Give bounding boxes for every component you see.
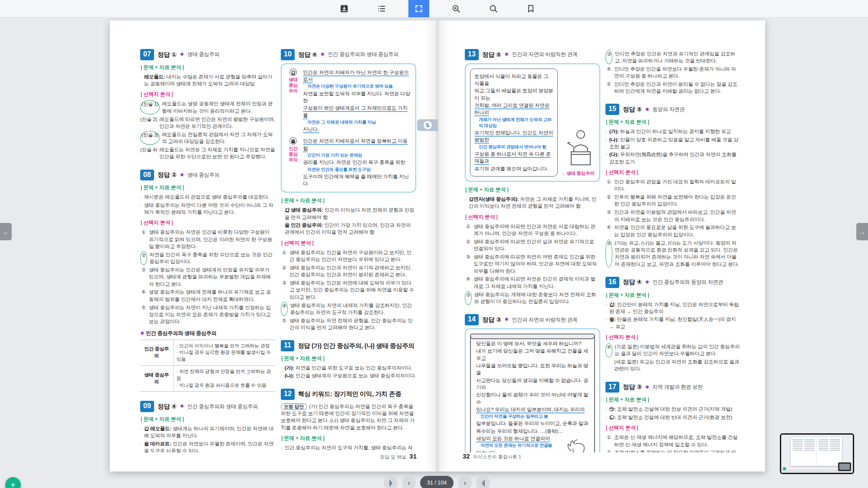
question-number-badge: 10 [281,49,295,60]
analysis-section-header: | 문제 + 자료 분석 | [606,291,741,299]
last-page-button[interactable]: ›| [476,476,490,488]
star-icon: ✱ [180,403,184,410]
analysis-bullet: ·㉡: 조력 발전소 건설에 대한 반대 의견의 근거(환경 보전) [605,414,741,421]
analysis-section-header: | 문제 + 자료 분석 | [141,184,276,191]
preview-thumbnail[interactable] [780,433,854,474]
answer-item-header: 16정답 ④✱인간 중심주의와 동양의 자연관 [605,277,741,288]
dialog-side: 갑생태중심주의 [286,69,300,134]
viewpoint-label: 인간중심주의 [286,146,300,163]
choice-marker: ① [605,434,612,448]
source-line: 신선함이나 물의 광채가 우리 것이 아닌데 어떻게 팔 수 [476,391,589,406]
section-tab-5[interactable]: 5 [417,119,438,131]
analysis-section-header: | 문제 + 자료 분석 | [141,64,276,71]
lecture-right: → 생태 중심주의 [560,69,595,177]
analysis-bullet: ·갑 생태 중심주의: 인간의 이익보다 자연 전체의 균형과 안정을 먼저 고… [281,206,416,221]
thumbnail-stage [781,435,853,473]
dialog-row: 을인간중심주의인간은 자연의 지배자로서 자연을 정복하고 이용할인간이 가장 … [286,137,411,187]
analysis-section-header: | 문제 + 자료 분석 | [465,186,600,193]
choice-text: 생태 중심주의는 자연의 내재적 가치를 강조하지만, 인간 중심주의는 자연의… [290,302,416,316]
annotation-line: 인간 중심주의 관점에서 벗어나야 함 [479,144,553,150]
bookmark-icon[interactable] [520,0,541,17]
answer-title: 정답 ⑤ [623,105,642,114]
annotation-line: 인간이 자연을 구성하는 일부라고 봄 [480,413,589,419]
pager: |‹ ‹ 31 / 104 › ›| [384,476,490,488]
bullet-lead: ㉡: [609,415,616,420]
choice-line: (진술 3)레오폴드는 전일론적 관점에서 자연 그 자체가 도덕적 고려의 대… [140,131,276,145]
answer-item-header: 15정답 ⑤✱동양의 자연관 [605,104,741,115]
topic-label: 인간 중심주의와 동양의 자연관 [653,278,723,286]
source-line: 구성원이 엮인 생태계로서 그 자체만으로도 가치를 [303,105,411,119]
table-row: 인간 중심주의· 인간의 이익이나 행복을 먼저 고려하는 관점· 지나칠 경우… [140,340,276,366]
choices-section-header: | 선택지 분석 | [606,334,741,341]
dialog-text: 인간은 자연의 지배자가 아닌 자연의 한 구성원으로서자연은 다양한 구성원이… [303,69,411,134]
choice-line: ①생태 중심주의는 인간을 자연의 구성원이라고 보지만, 인간 중심주의는 인… [281,249,416,263]
star-icon: ✱ [321,51,325,58]
choice-marker: (진술 2) [140,116,157,130]
analysis-bullet: ·(나): 만물이 상호 의존하고 있음을 알고 자비를 베풀 것을 강조한 불… [605,136,741,151]
source-line: 인간은 자연의 지배자로서 자연을 정복하고 이용할 [303,138,411,152]
bullet-text: 강연자(생태 중심주의): 자연은 그 자체로 가치를 지니며, 인간의 이익보… [469,196,600,210]
viewpoint-tag: → 생태 중심주의 [561,170,595,177]
choice-line: ④(가로 질문) 이분법적 세계관을 취하는 갑의 인간 중심주의는 을과 달리… [605,343,741,357]
prev-page-button[interactable]: ‹ [402,476,416,488]
source-line: 있나요? 우리는 대지의 일부분이며, 대지는 우리의 [476,406,589,413]
choice-marker: ③ [140,266,147,288]
answer-title: 정답 ③ [623,383,642,392]
analysis-bullet: ·인간 중심주의는 자연의 도구적 가치를, 생태 중심주의는 자연의 내재적 … [281,444,416,452]
analysis-section-header: | 문제 + 자료 분석 | [141,416,276,423]
analysis-section-header: | 문제 + 자료 분석 | [606,118,741,126]
analysis-bullet: ·갑 레오폴드: 생태계는 하나의 유기체이며, 인간은 자연에 대해 도덕적 … [140,425,276,439]
source-line: 도구이며 인간에게 혜택을 줄 때에만 가치를 지닌다. [303,173,411,187]
star-icon: ✱ [140,331,144,336]
choice-marker: ② [605,449,612,452]
download-icon[interactable] [334,0,355,17]
choice-line: ⑤생태 중심주의는 자연 전체의 균형을, 인간 중심주의는 인간의 이익을 먼… [281,317,416,331]
model-answer-badge: 모범 답안 [281,403,307,410]
bullet-dot: · [281,444,283,452]
choice-marker: ③ [281,279,287,301]
prev-page-arrow[interactable]: ← [0,223,12,240]
choice-text: 생태 중심주의에 따르면 인간의 삶과 자연은 유기적으로 연결되어 있다. [473,238,600,252]
choice-marker: ④ [605,66,612,80]
answer-item: 10정답 ④✱인간 중심주의와 생태 중심주의갑생태중심주의인간은 자연의 지배… [281,49,416,331]
choice-line: ③인디언 추장은 인간은 자연과 유기적인 관계임을 강조하고, 자연을 파괴하… [605,50,741,65]
speaker-label: 을 [289,137,297,144]
answer-item-header: 07정답 ①✱생태 중심주의 [140,49,276,60]
question-number-badge: 15 [605,104,619,115]
bullet-lead: 갑 생태 중심주의: [285,207,323,213]
question-number-badge: 16 [605,277,619,288]
choice-text: 인간과 자연을 이분법적 관점에서 바라보고, 인간을 자연의 지배자로 보는 … [614,209,741,223]
fullscreen-icon[interactable] [408,0,429,17]
analysis-section-header: | 문제 + 자료 분석 | [606,396,741,403]
next-page-arrow[interactable]: → [856,223,868,240]
source-line: 토양에서 식물이 자라고 동물은 그 식물을 [474,73,553,87]
answer-item-header: 11정답 (가) 인간 중심주의, (나) 생태 중심주의 [281,340,416,351]
bullet-dot: · [140,425,142,439]
bullet-dot: · [605,316,607,330]
next-page-button[interactable]: › [458,476,472,488]
bullet-lead: 을 데카르트: [144,441,171,446]
topic-label: 인간과 자연의 바람직한 관계 [512,51,578,58]
list-icon[interactable] [371,0,392,17]
choice-line: ④생태 중심주의에 따르면 자연은 인간의 경제적 이익과 별개로 그 자체로 … [465,275,600,290]
star-icon: ✱ [505,316,509,323]
annotation-line: 개체가 아닌 생태계 전체가 도덕적 고려의 대상임 [479,117,553,129]
bullet-lead: 을: [609,317,616,322]
question-number-badge: 14 [465,314,479,325]
choice-line: ④인디언 추장은 인간을 자연보다 우월한 존재가 아니라 자연의 구성원 중 … [605,66,741,80]
choice-line: (진술 4)레오폴드는 자연은 그 자체로 가치를 지니므로 자연을 인간을 위… [140,146,276,160]
plus-button[interactable]: + [5,477,21,488]
choice-continuation: (세로 질문) 유교는 인간과 자연의 조화를 강조하므로 을과 관련이 있다. [614,358,741,373]
analysis-bullet: ·을 데카르트: 인간은 자연보다 우월한 존재이며, 인간은 자연을 도구로 … [140,440,276,452]
source-line: 자연을 보전할 도덕적 의무를 지닌다. 자연은 다양한 [303,90,411,105]
zoom-in-icon[interactable] [446,0,467,17]
bullet-text: (가): 하늘과 인간이 하나로 일치하는 경지를 지향한 유교 [609,128,731,135]
footer-label: 자이스토리 통합사회 1 [473,454,521,460]
first-page-button[interactable]: |‹ [384,476,398,488]
choice-marker: ④ [140,288,147,303]
search-icon[interactable] [483,0,504,17]
choice-marker: ⑤ [281,317,287,331]
bullet-dot: · [140,73,142,88]
source-line: 지닌다. [303,126,411,133]
choice-text: 조력은 신·재생 에너지에 해당하므로, 조력 발전소를 건설하면 신·재생 에… [614,434,741,448]
